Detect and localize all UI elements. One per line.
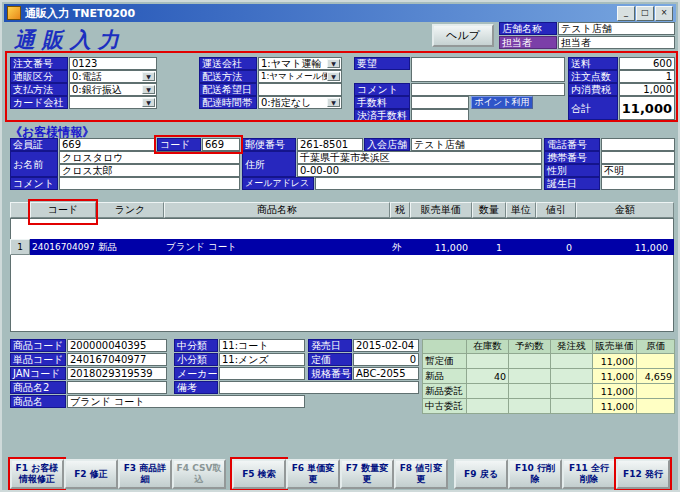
customer-code-label: コード xyxy=(157,138,201,151)
table-row[interactable]: 240167040977 新品 ブランド コート 外 11,000 1 0 11… xyxy=(30,239,674,255)
small-class-field: 11:メンズ xyxy=(219,353,305,366)
mid-class-label: 中分類 xyxy=(174,339,218,352)
stock-cell: 11,000 xyxy=(593,354,637,369)
customer-comment-field[interactable] xyxy=(59,177,240,190)
total-label: 合計 xyxy=(568,96,618,120)
birthday-field[interactable] xyxy=(601,177,675,190)
item-grid-body[interactable] xyxy=(10,218,674,332)
shipping-field: 600 xyxy=(619,57,675,70)
member-field[interactable]: 669 xyxy=(59,138,155,151)
address-line1-field[interactable]: 千葉県千葉市美浜区 xyxy=(297,151,542,164)
grid-header-tax: 税 xyxy=(390,202,410,218)
join-store-field: テスト店舗 xyxy=(411,138,542,151)
app-icon xyxy=(7,6,21,20)
join-store-label: 入会店舗 xyxy=(364,138,410,151)
request-field[interactable] xyxy=(411,57,565,82)
f7-qty-change-button[interactable]: F7 数量変更 xyxy=(340,459,394,489)
product-code-label: 商品コード xyxy=(10,339,66,352)
item-count-field: 1 xyxy=(619,70,675,83)
phone-field[interactable] xyxy=(601,138,675,151)
f4-csv-import-button: F4 CSV取込 xyxy=(172,459,226,489)
address-line2-field[interactable]: 0-00-00 xyxy=(297,164,542,177)
chevron-down-icon[interactable]: ▼ xyxy=(327,59,340,68)
row-price: 11,000 xyxy=(410,239,470,255)
gender-field[interactable]: 不明 xyxy=(601,164,675,177)
ship-method-select[interactable]: 1:ヤマトメール便 ▼ xyxy=(258,70,342,83)
settlement-fee-field[interactable] xyxy=(411,109,469,122)
chevron-down-icon[interactable]: ▼ xyxy=(142,85,155,94)
customer-name-label: お名前 xyxy=(10,151,58,177)
f9-back-button[interactable]: F9 戻る xyxy=(454,459,508,489)
minimize-icon[interactable]: _ xyxy=(617,6,635,21)
f8-discount-change-button[interactable]: F8 値引変更 xyxy=(394,459,448,489)
spec-no-label: 規格番号 xyxy=(308,367,352,380)
member-label: 会員証 xyxy=(10,138,58,151)
staff-field[interactable]: 担当者 xyxy=(558,36,675,49)
sales-type-label: 通販区分 xyxy=(10,70,68,83)
chevron-down-icon[interactable]: ▼ xyxy=(142,72,155,81)
f10-delete-row-button[interactable]: F10 行削除 xyxy=(508,459,562,489)
grid-header-unit: 単位 xyxy=(506,202,536,218)
payment-value: 0:銀行振込 xyxy=(72,84,122,95)
ship-time-select[interactable]: 0:指定なし ▼ xyxy=(258,96,342,109)
total-field: 11,000 xyxy=(619,96,675,120)
zip-field[interactable]: 261-8501 xyxy=(297,138,363,151)
f1-customer-edit-button[interactable]: F1 お客様情報修正 xyxy=(10,459,64,489)
row-name: ブランド コート xyxy=(164,239,390,255)
mobile-label: 携帯番号 xyxy=(544,151,600,164)
row-amount: 11,000 xyxy=(574,239,670,255)
customer-kana-field[interactable]: クロスタロウ xyxy=(59,151,240,164)
carrier-select[interactable]: 1:ヤマト運輸 ▼ xyxy=(258,57,342,70)
chevron-down-icon[interactable]: ▼ xyxy=(327,72,340,81)
carrier-value: 1:ヤマト運輸 xyxy=(261,58,321,69)
page-title: 通販入力 xyxy=(14,26,126,54)
stock-header-stock: 在庫数 xyxy=(467,340,509,354)
f12-issue-button[interactable]: F12 発行 xyxy=(616,459,670,489)
use-points-button[interactable]: ポイント利用 xyxy=(471,96,533,109)
order-no-field[interactable]: 0123 xyxy=(69,57,157,70)
release-date-label: 発売日 xyxy=(308,339,352,352)
card-company-label: カード会社 xyxy=(10,96,68,109)
ship-date-field[interactable] xyxy=(258,83,342,96)
comment-label: コメント xyxy=(354,83,410,96)
stock-cell: 11,000 xyxy=(593,369,637,384)
fee-field[interactable] xyxy=(411,96,469,109)
stock-cell xyxy=(637,399,675,414)
stock-cell xyxy=(509,399,551,414)
staff-label: 担当者 xyxy=(499,36,557,49)
f6-price-change-button[interactable]: F6 単価変更 xyxy=(286,459,340,489)
stock-cell xyxy=(637,384,675,399)
help-button[interactable]: ヘルプ xyxy=(432,24,494,47)
product-code-field: 200000040395 xyxy=(67,339,167,352)
sales-type-select[interactable]: 0:電話 ▼ xyxy=(69,70,157,83)
grid-header-discount: 値引 xyxy=(536,202,576,218)
stock-cell xyxy=(637,354,675,369)
item-count-label: 注文点数 xyxy=(568,70,618,83)
fee-label: 手数料 xyxy=(354,96,410,109)
mobile-field[interactable] xyxy=(601,151,675,164)
chevron-down-icon[interactable]: ▼ xyxy=(327,98,340,107)
chevron-down-icon[interactable]: ▼ xyxy=(142,98,155,107)
payment-select[interactable]: 0:銀行振込 ▼ xyxy=(69,83,157,96)
maximize-icon[interactable]: □ xyxy=(636,6,654,21)
stock-row-label: 新品委託 xyxy=(423,384,467,399)
stock-row-new-consign: 新品委託 11,000 xyxy=(423,384,675,399)
row-unit xyxy=(504,239,534,255)
email-label: メールアドレス xyxy=(242,177,314,190)
release-date-field: 2015-02-04 xyxy=(353,339,419,352)
comment-field[interactable] xyxy=(411,83,565,96)
unit-code-label: 単品コード xyxy=(10,353,66,366)
email-field[interactable] xyxy=(315,177,542,190)
f3-product-detail-button[interactable]: F3 商品詳細 xyxy=(118,459,172,489)
shipping-label: 送料 xyxy=(568,57,618,70)
card-company-select[interactable]: ▼ xyxy=(69,96,157,109)
customer-code-field[interactable]: 669 xyxy=(202,138,240,151)
customer-name-field[interactable]: クロス太郎 xyxy=(59,164,240,177)
stock-cell: 11,000 xyxy=(593,384,637,399)
f5-search-button[interactable]: F5 検索 xyxy=(232,459,286,489)
f11-delete-all-button[interactable]: F11 全行削除 xyxy=(562,459,616,489)
close-icon[interactable]: × xyxy=(655,6,673,21)
store-name-label: 店舗名称 xyxy=(499,22,557,35)
grid-header-name: 商品名称 xyxy=(164,202,390,218)
f2-edit-button[interactable]: F2 修正 xyxy=(64,459,118,489)
